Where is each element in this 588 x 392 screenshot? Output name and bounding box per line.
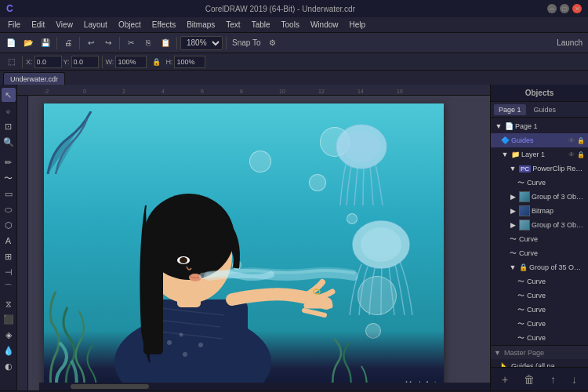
tree-guides-visibility[interactable]: 👁 — [568, 136, 575, 144]
menu-table[interactable]: Table — [247, 19, 275, 31]
smart-draw-tool[interactable]: 〜 — [2, 171, 16, 185]
tree-curve-2[interactable]: 〜 Curve — [491, 232, 588, 246]
polygon-tool[interactable]: ⬡ — [2, 218, 16, 232]
tree-curve-g1[interactable]: 〜 Curve — [491, 274, 588, 289]
snap-to-button[interactable]: Snap To — [230, 35, 263, 51]
menu-view[interactable]: View — [51, 19, 78, 31]
save-button[interactable]: 💾 — [38, 35, 53, 51]
tree-group35[interactable]: ▼ 🔒 Group of 35 Obj... — [491, 260, 588, 274]
canvas-content[interactable]: Mark Ant — [28, 96, 490, 390]
objects-tab-page1[interactable]: Page 1 — [494, 104, 526, 115]
tree-curve-icon-g2: 〜 — [516, 291, 525, 300]
menu-layout[interactable]: Layout — [79, 19, 112, 31]
print-button[interactable]: 🖨 — [60, 35, 76, 51]
smart-fill-tool[interactable]: ◈ — [2, 328, 16, 342]
objects-tab-guides[interactable]: Guides — [529, 104, 561, 115]
maximize-button[interactable]: □ — [560, 4, 569, 13]
select-all-btn[interactable]: ⬚ — [3, 54, 19, 70]
tree-page1[interactable]: ▼ 📄 Page 1 — [491, 119, 588, 133]
menu-text[interactable]: Text — [221, 19, 245, 31]
tree-guides-lock[interactable]: 🔒 — [577, 136, 585, 144]
tree-layer1-label: Layer 1 — [521, 151, 545, 158]
canvas-hscroll[interactable] — [39, 383, 490, 390]
menu-object[interactable]: Object — [114, 19, 146, 31]
cut-button[interactable]: ✂ — [123, 35, 139, 51]
toolbar-separator-2 — [79, 37, 80, 49]
interactive-fill-tool[interactable]: ◐ — [2, 359, 16, 373]
tree-guides-all[interactable]: 📐 Guides (all pa... — [491, 359, 588, 367]
text-tool[interactable]: A — [2, 234, 16, 248]
tree-bitmap[interactable]: ▶ Bitmap — [491, 204, 588, 218]
menu-window[interactable]: Window — [306, 19, 343, 31]
tree-layer1-lock[interactable]: 🔒 — [577, 151, 585, 158]
zoom-select[interactable]: 180% 100% 75% — [180, 36, 223, 50]
tree-curve-g4[interactable]: 〜 Curve — [491, 317, 588, 331]
delete-layer-button[interactable]: 🗑 — [524, 373, 535, 386]
blend-tool[interactable]: ⧖ — [2, 296, 16, 310]
minimize-button[interactable]: ─ — [547, 4, 557, 13]
w-input[interactable] — [115, 56, 147, 68]
artwork-canvas[interactable]: Mark Ant — [44, 103, 444, 390]
tree-curve-g5[interactable]: 〜 Curve — [491, 331, 588, 345]
tree-curve-1[interactable]: 〜 Curve — [491, 176, 588, 190]
tree-layer1[interactable]: ▼ 📁 Layer 1 👁 🔒 — [491, 147, 588, 162]
freehand-tool[interactable]: ✏ — [2, 155, 16, 169]
tree-guides[interactable]: 🔷 Guides 👁 🔒 — [491, 133, 588, 147]
ellipse-tool[interactable]: ⬭ — [2, 202, 16, 216]
move-up-button[interactable]: ↑ — [550, 373, 556, 386]
tree-curve-g3[interactable]: 〜 Curve — [491, 303, 588, 317]
svg-point-3 — [361, 227, 401, 262]
paste-button[interactable]: 📋 — [158, 35, 173, 51]
zoom-tool[interactable]: 🔍 — [2, 135, 16, 149]
parallel-dimension-tool[interactable]: ⊣ — [2, 265, 16, 279]
tree-bitmap-thumb — [519, 205, 530, 216]
move-down-button[interactable]: ↓ — [572, 373, 577, 386]
crop-tool[interactable]: ⊡ — [2, 119, 16, 133]
ruler-vertical — [17, 96, 28, 390]
tree-powerclip[interactable]: ▼ PC PowerClip Recta... — [491, 162, 588, 176]
tree-curve-icon-g5: 〜 — [516, 333, 525, 343]
file-tab-underwater[interactable]: Underwater.cdr — [3, 72, 65, 85]
tree-group2[interactable]: ▶ Group of 3 Obje... — [491, 218, 588, 232]
tree-curve-3[interactable]: 〜 Curve — [491, 246, 588, 260]
close-button[interactable]: ✕ — [572, 4, 582, 13]
node-tool[interactable]: ⬦ — [2, 103, 16, 118]
tree-curve-icon-g3: 〜 — [516, 305, 525, 314]
new-layer-button[interactable]: + — [502, 373, 508, 386]
y-input[interactable] — [71, 56, 99, 68]
tree-curve-label-3: Curve — [519, 249, 538, 257]
menu-effects[interactable]: Effects — [147, 19, 180, 31]
menu-file[interactable]: File — [3, 19, 25, 31]
tree-curve-g2[interactable]: 〜 Curve — [491, 289, 588, 303]
menu-tools[interactable]: Tools — [277, 19, 304, 31]
canvas-area[interactable]: -2 0 2 4 6 8 10 12 14 16 — [17, 85, 490, 390]
tree-group35-label: Group of 35 Obj... — [529, 263, 585, 271]
fill-tool[interactable]: ⬛ — [2, 312, 16, 326]
toolbar-separator-5 — [226, 37, 227, 49]
menu-help[interactable]: Help — [345, 19, 371, 31]
connector-tool[interactable]: ⌒ — [2, 281, 16, 295]
eyedropper-tool[interactable]: 💧 — [2, 343, 16, 358]
undo-button[interactable]: ↩ — [83, 35, 99, 51]
menu-bitmaps[interactable]: Bitmaps — [182, 19, 220, 31]
tree-group1-thumb — [519, 191, 530, 202]
open-button[interactable]: 📂 — [20, 35, 36, 51]
prop-sep-2 — [102, 56, 103, 68]
lock-aspect-btn[interactable]: 🔒 — [148, 54, 164, 70]
objects-panel-tabs: Page 1 Guides — [491, 102, 588, 118]
redo-button[interactable]: ↪ — [100, 35, 116, 51]
h-input[interactable] — [174, 56, 205, 68]
table-tool[interactable]: ⊞ — [2, 249, 16, 263]
tree-layer1-visibility[interactable]: 👁 — [568, 151, 575, 158]
new-button[interactable]: 📄 — [3, 35, 19, 51]
options-button[interactable]: ⚙ — [265, 35, 281, 51]
rectangle-tool[interactable]: ▭ — [2, 187, 16, 201]
select-tool[interactable]: ↖ — [2, 88, 16, 102]
copy-button[interactable]: ⎘ — [140, 35, 156, 51]
menu-edit[interactable]: Edit — [27, 19, 49, 31]
hscroll-thumb[interactable] — [71, 384, 149, 389]
launch-button[interactable]: Launch — [554, 35, 585, 51]
tree-group1[interactable]: ▶ Group of 3 Obje... — [491, 190, 588, 204]
tree-curve-icon-g1: 〜 — [516, 277, 525, 286]
x-input[interactable] — [34, 56, 62, 68]
